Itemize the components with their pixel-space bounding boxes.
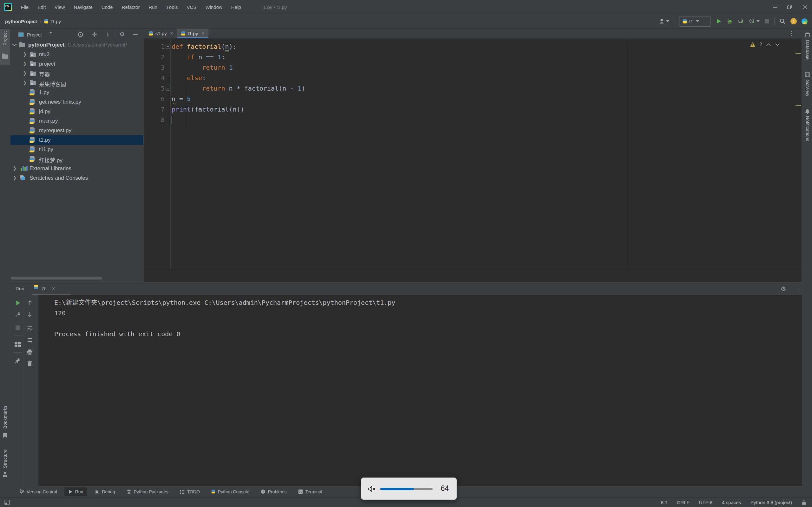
line-ending-indicator[interactable]: CRLF — [677, 500, 689, 505]
code-line-6[interactable]: 6 n = 5 — [144, 94, 802, 104]
chevron-collapsed-icon[interactable]: ❯ — [13, 166, 16, 171]
clear-all-icon[interactable] — [27, 360, 33, 367]
stripe-project-button[interactable]: Project — [3, 31, 8, 46]
database-icon[interactable] — [805, 32, 810, 38]
ide-update-icon[interactable]: ↑ — [791, 18, 797, 24]
tree-item-pythonproject[interactable]: ❯ pythonProjectC:\Users\admin\PycharmP — [10, 40, 143, 50]
menu-window[interactable]: Window — [201, 0, 226, 14]
tab-options-icon[interactable]: ⋮ — [789, 30, 795, 37]
tool-windows-toggle-icon[interactable] — [4, 500, 10, 505]
menu-vcs[interactable]: VCS — [183, 0, 201, 14]
search-everywhere-icon[interactable] — [779, 18, 786, 24]
speaker-muted-icon[interactable] — [368, 485, 376, 493]
stripe-database-button[interactable]: Database — [805, 40, 810, 60]
stop-button-disabled[interactable] — [15, 325, 20, 331]
tab-t1py-active[interactable]: t1.py ✕ — [177, 29, 208, 38]
close-tab-icon[interactable]: ✕ — [201, 31, 205, 36]
tree-item-1py[interactable]: 1.py — [10, 88, 143, 97]
toolwindow-problems[interactable]: Problems — [257, 487, 291, 496]
encoding-indicator[interactable]: UTF-8 — [699, 500, 713, 505]
inspection-widget[interactable]: 2 — [750, 42, 780, 48]
toolwindow-run-active[interactable]: Run — [64, 487, 88, 496]
toolwindow-debug[interactable]: Debug — [90, 487, 119, 496]
tree-item-scratches[interactable]: ❯ Scratches and Consoles — [10, 173, 143, 183]
stripe-structure-button[interactable]: Structure — [3, 449, 8, 468]
code-line-5[interactable]: 5 return n * factorial(n - 1) — [144, 83, 802, 94]
soft-wrap-icon[interactable] — [27, 325, 33, 331]
prev-warning-icon[interactable] — [766, 43, 771, 46]
chevron-collapsed-icon[interactable]: ❯ — [23, 52, 27, 57]
code-line-3[interactable]: 3 return 1 — [144, 62, 802, 73]
chevron-collapsed-icon[interactable]: ❯ — [23, 80, 27, 86]
horizontal-scrollbar[interactable] — [11, 277, 102, 279]
expand-all-icon[interactable] — [92, 32, 97, 38]
hide-panel-icon[interactable] — [133, 32, 138, 38]
code-line-4[interactable]: 4 else: — [144, 73, 802, 83]
bookmark-icon[interactable] — [3, 433, 7, 438]
code-line-2[interactable]: 2 if n == 1: — [144, 52, 802, 62]
indent-indicator[interactable]: 4 spaces — [722, 500, 741, 505]
next-occurrence-icon[interactable] — [27, 311, 33, 318]
tree-item-t11py[interactable]: t11.py — [10, 145, 143, 154]
tree-item-douban[interactable]: ❯ 豆瓣 — [10, 69, 143, 78]
fold-end-icon[interactable] — [165, 86, 170, 91]
close-tab-icon[interactable]: ✕ — [52, 286, 55, 291]
gear-icon[interactable]: ⚙ — [780, 285, 786, 292]
menu-refactor[interactable]: Refactor — [117, 0, 144, 14]
toolwindow-python-packages[interactable]: Python Packages — [122, 487, 172, 496]
run-button[interactable] — [716, 18, 722, 24]
tree-item-caiji-blog[interactable]: ❯ 采集博客园 — [10, 78, 143, 88]
stripe-notifications-button[interactable]: Notifications — [805, 116, 810, 141]
stripe-bookmarks-button[interactable]: Bookmarks — [3, 406, 8, 429]
tree-item-ntu2[interactable]: ❯ ntu2 — [10, 50, 143, 59]
collapse-all-icon[interactable] — [105, 32, 111, 38]
toolwindow-version-control[interactable]: Version Control — [15, 487, 61, 496]
close-tab-icon[interactable]: ✕ — [170, 31, 173, 36]
chevron-collapsed-icon[interactable]: ❯ — [13, 175, 16, 181]
toolwindow-todo[interactable]: TODO — [176, 487, 204, 496]
edit-configuration-icon[interactable] — [14, 311, 21, 318]
minimize-button[interactable] — [767, 0, 782, 14]
menu-file[interactable]: File — [16, 0, 33, 14]
tree-item-project[interactable]: ❯ project — [10, 59, 143, 69]
gear-icon[interactable]: ⚙ — [119, 31, 125, 38]
chevron-down-icon[interactable] — [49, 34, 52, 39]
profiler-button[interactable] — [749, 18, 760, 24]
breadcrumb-project[interactable]: pythonProject — [5, 19, 37, 24]
tree-item-myrequestpy[interactable]: myrequest.py — [10, 126, 143, 135]
breadcrumb-file[interactable]: t1.py — [51, 19, 61, 24]
tree-item-mainpy[interactable]: main.py — [10, 116, 143, 126]
menu-edit[interactable]: Edit — [33, 0, 50, 14]
restore-button[interactable] — [782, 0, 797, 14]
run-with-coverage-button[interactable] — [738, 18, 744, 24]
debug-button[interactable] — [727, 18, 733, 24]
menu-view[interactable]: View — [50, 0, 69, 14]
stop-button[interactable] — [764, 19, 769, 24]
code-line-8[interactable]: 8 — [144, 115, 802, 125]
code-line-1[interactable]: 1 def factorial(n): — [144, 42, 802, 52]
code-line-7[interactable]: 7 print(factorial(n)) — [144, 104, 802, 115]
run-configuration-select[interactable]: t1 — [679, 16, 711, 26]
volume-slider[interactable] — [380, 488, 433, 490]
tree-item-external-libraries[interactable]: ❯ External Libraries — [10, 164, 143, 173]
pin-tab-icon[interactable] — [14, 357, 21, 364]
caret-position[interactable]: 8:1 — [661, 500, 668, 505]
restore-layout-icon[interactable] — [14, 342, 21, 347]
code-with-me-icon[interactable] — [802, 18, 808, 24]
locate-file-icon[interactable] — [78, 32, 84, 38]
console-output[interactable]: E:\新建文件夹\project\Scripts\python.exe C:\U… — [38, 295, 802, 486]
chevron-collapsed-icon[interactable]: ❯ — [23, 71, 27, 76]
tab-s1py[interactable]: s1.py ✕ — [145, 29, 177, 38]
next-warning-icon[interactable] — [775, 43, 780, 46]
fold-collapse-icon[interactable] — [165, 44, 170, 49]
project-panel-title[interactable]: Project — [27, 32, 42, 38]
bell-icon[interactable] — [805, 109, 810, 114]
project-folder-icon[interactable] — [2, 55, 8, 59]
menu-code[interactable]: Code — [97, 0, 117, 14]
lock-icon[interactable] — [802, 500, 806, 505]
scroll-to-end-icon[interactable] — [27, 337, 33, 343]
error-stripe-warning-mark[interactable] — [796, 105, 801, 106]
tree-item-t1py-selected[interactable]: t1.py — [10, 135, 143, 145]
hide-panel-icon[interactable] — [794, 286, 799, 291]
menu-navigate[interactable]: Navigate — [69, 0, 97, 14]
